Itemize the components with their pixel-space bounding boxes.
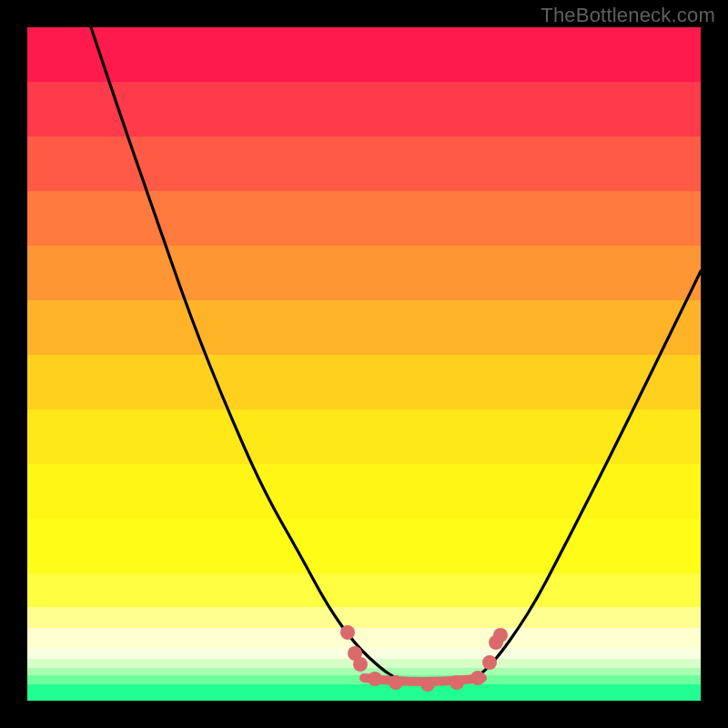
svg-rect-0 (27, 27, 701, 83)
svg-rect-6 (27, 355, 701, 410)
svg-rect-10 (27, 573, 701, 608)
svg-rect-4 (27, 246, 701, 301)
svg-rect-11 (27, 607, 701, 629)
svg-point-18 (340, 625, 355, 640)
svg-rect-2 (27, 136, 701, 192)
svg-point-22 (389, 675, 403, 690)
svg-point-26 (482, 655, 497, 670)
bottleneck-chart (27, 27, 701, 701)
watermark-text: TheBottleneck.com (541, 4, 715, 27)
svg-point-21 (368, 672, 382, 686)
svg-rect-8 (27, 464, 701, 520)
svg-rect-17 (27, 684, 701, 701)
svg-rect-9 (27, 519, 701, 574)
svg-rect-7 (27, 410, 701, 465)
svg-point-28 (493, 628, 508, 642)
svg-rect-1 (27, 82, 701, 137)
chart-frame: TheBottleneck.com (0, 0, 728, 728)
svg-point-24 (450, 675, 464, 690)
svg-rect-3 (27, 191, 701, 247)
svg-point-20 (353, 657, 368, 672)
svg-rect-12 (27, 628, 701, 649)
gradient-background (27, 27, 701, 701)
svg-point-23 (420, 677, 435, 692)
svg-rect-5 (27, 300, 701, 356)
svg-point-25 (470, 671, 485, 685)
